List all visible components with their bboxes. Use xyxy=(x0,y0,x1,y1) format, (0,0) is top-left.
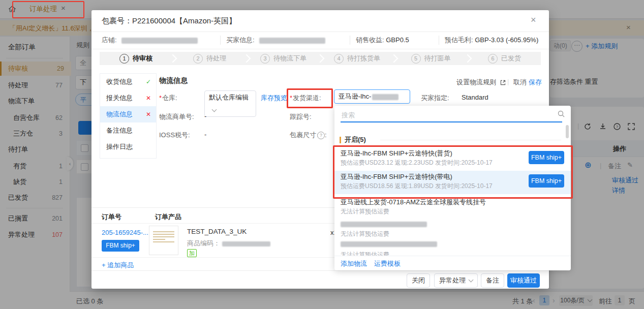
redacted-sku xyxy=(222,241,270,246)
add-tag: 加 xyxy=(187,249,197,257)
scrollbar-thumb[interactable] xyxy=(566,125,569,138)
order-number-column: 订单号 xyxy=(102,212,121,222)
page-root: 订单处理 × 「用AI定义增长」11.6深圳，赛 × 全部订单 待审核 29 待… xyxy=(0,0,644,309)
close-button[interactable]: 关闭 xyxy=(407,273,430,288)
search-icon xyxy=(557,110,565,118)
append-product-link[interactable]: + 追加商品 xyxy=(102,261,134,270)
channel-search-input[interactable] xyxy=(341,109,551,121)
stock-preview-link[interactable]: 库存预览 xyxy=(261,94,287,103)
nav-remark-info[interactable]: 备注信息 xyxy=(100,122,156,139)
shipping-channel-dropdown: 开启(5) 亚马逊-lhc-FBM SHIP+云途特快(普货) 预估运费USD2… xyxy=(334,106,571,270)
order-number-link[interactable]: 205-1659245-... xyxy=(102,229,148,236)
redacted-shop-name xyxy=(121,38,198,44)
order-product-column: 订单产品 xyxy=(155,212,181,222)
redacted-channel-name xyxy=(341,241,437,247)
divider xyxy=(220,36,221,45)
fbm-ship-tag: FBM ship+ xyxy=(529,151,564,164)
carrier-number-value: - xyxy=(204,112,206,120)
channel-option-5[interactable]: 无法计算预估运费 xyxy=(334,239,571,256)
search-underline xyxy=(341,121,562,122)
divider: | xyxy=(507,78,509,85)
divider xyxy=(334,256,571,256)
package-size-label: 包裹尺寸?: xyxy=(290,131,327,140)
divider xyxy=(91,32,549,32)
group-enabled-header: 开启(5) xyxy=(345,135,366,144)
step-pending-logistics: 3待物流下单 xyxy=(247,54,320,64)
divider xyxy=(439,36,439,45)
buyer-assign-label: 买家指定: xyxy=(421,94,449,103)
channel-label: *发货渠道: xyxy=(290,94,321,103)
redacted-channel-suffix xyxy=(372,94,398,100)
shop-info: 店铺: xyxy=(102,36,198,45)
nav-operation-log[interactable]: 操作日志 xyxy=(100,139,156,155)
chevron-down-icon xyxy=(469,277,474,283)
order-steps: 1待审核 2待处理 3待物流下单 4待打拣货单 5待打面单 6已发货 xyxy=(100,52,541,65)
fbm-ship-tag: FBM ship+ xyxy=(529,174,564,188)
save-link[interactable]: 保存 xyxy=(529,78,542,87)
divider xyxy=(91,49,549,49)
chevron-down-icon xyxy=(212,107,217,112)
redacted-buyer-name xyxy=(259,38,325,44)
step-shipped: 6已发货 xyxy=(468,54,541,64)
nav-customs-info[interactable]: 报关信息✕ xyxy=(100,90,156,106)
divider xyxy=(380,140,561,140)
step-pending-label: 5待打面单 xyxy=(394,54,467,64)
set-logistics-rule-link[interactable]: 设置物流规则 xyxy=(456,78,506,87)
ioss-value: - xyxy=(204,131,206,138)
carrier-number-label: 物流商单号: xyxy=(159,112,194,121)
revenue-info: 销售收益: GBP0.5 xyxy=(356,36,409,45)
warehouse-label: *仓库: xyxy=(159,94,177,103)
profit-info: 预估毛利: GBP-3.03 (-605.95%) xyxy=(445,36,538,45)
freight-template-link[interactable]: 运费模板 xyxy=(374,259,401,268)
add-logistics-link[interactable]: 添加物流 xyxy=(341,259,367,268)
group-marker xyxy=(340,137,341,143)
step-pending-picking: 4待打拣货单 xyxy=(321,54,393,64)
check-icon: ✓ xyxy=(146,74,151,90)
step-pending-process: 2待处理 xyxy=(173,54,246,64)
tracking-number-label: 跟踪号: xyxy=(290,112,312,121)
external-link-icon xyxy=(500,79,506,86)
nav-logistics-info[interactable]: 物流信息✕ xyxy=(100,106,156,122)
exception-handle-button[interactable]: 异常处理 xyxy=(434,273,478,288)
buyer-info: 买家信息: xyxy=(226,36,325,45)
redacted-channel-name xyxy=(341,222,427,227)
channel-option-3[interactable]: 亚马逊线上发货-0718-AMZ云途全球服装专线挂号 无法计算预估运费 xyxy=(334,196,571,220)
cancel-link[interactable]: 取消 xyxy=(513,78,527,87)
channel-option-1[interactable]: 亚马逊-lhc-FBM SHIP+云途特快(普货) 预估运费USD23.12 返… xyxy=(334,147,571,171)
section-title: 物流信息 xyxy=(159,76,188,85)
buyer-assign-value: Standard xyxy=(462,94,488,101)
divider xyxy=(350,36,350,45)
ioss-label: IOSS税号: xyxy=(159,131,190,140)
error-icon: ✕ xyxy=(146,106,151,122)
nav-receiving-info[interactable]: 收货信息✓ xyxy=(100,74,156,90)
remark-button[interactable]: 备注 xyxy=(481,273,504,288)
warehouse-select[interactable]: 默认仓库编辑 xyxy=(204,90,256,117)
error-icon: ✕ xyxy=(146,90,151,106)
modal-close-icon[interactable]: × xyxy=(531,15,536,25)
channel-input[interactable]: 亚马逊-lhc- xyxy=(334,89,410,104)
approve-button[interactable]: 审核通过 xyxy=(507,273,540,288)
modal-section-nav: 收货信息✓ 报关信息✕ 物流信息✕ 备注信息 操作日志 xyxy=(100,73,157,159)
divider xyxy=(91,270,549,271)
order-shipping-tag: FBM ship+ xyxy=(102,240,139,252)
step-pending-review: 1待审核 xyxy=(100,54,172,64)
modal-title: 包裹号：P221600004【Amazon-英国】 xyxy=(102,16,236,26)
product-sku: 商品编码： xyxy=(187,239,270,248)
product-name: TEST_DATA_3_UK xyxy=(187,228,247,235)
product-thumbnail xyxy=(149,226,178,255)
channel-option-2[interactable]: 亚马逊-lhc-FBM SHIP+云途特快(带电) 预估运费USD18.56 返… xyxy=(334,171,571,194)
help-icon[interactable]: ? xyxy=(317,132,325,139)
